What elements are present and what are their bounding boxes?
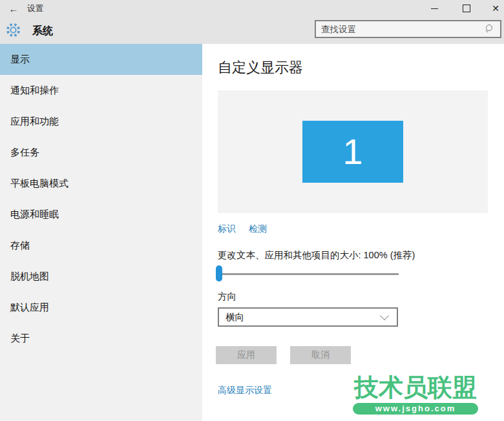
main-content: 自定义显示器 1 标识 检测 更改文本、应用和其他项目的大小: 100% (推荐… [202, 44, 504, 421]
cancel-button[interactable]: 取消 [290, 346, 351, 364]
page-section-title: 系统 [32, 25, 53, 38]
settings-window: ← 设置 ✕ 系统 显示 通知和操作 应用和功能 [0, 0, 504, 421]
monitor-preview[interactable]: 1 [302, 121, 403, 183]
sidebar-item-label: 默认应用 [10, 302, 49, 314]
window-title: 设置 [27, 3, 43, 14]
search-box [315, 20, 501, 38]
chevron-down-icon [380, 311, 389, 320]
display-preview-panel: 1 [218, 90, 488, 213]
sidebar: 显示 通知和操作 应用和功能 多任务 平板电脑模式 电源和睡眠 存储 脱机地图 … [0, 44, 202, 421]
sidebar-item-multitasking[interactable]: 多任务 [0, 137, 202, 168]
maximize-icon [463, 5, 470, 12]
slider-track[interactable] [217, 273, 399, 275]
sidebar-item-label: 显示 [10, 54, 30, 66]
sidebar-item-label: 脱机地图 [10, 271, 49, 283]
topbar: ← 设置 ✕ 系统 [0, 0, 504, 44]
sidebar-item-display[interactable]: 显示 [0, 44, 202, 75]
identify-link[interactable]: 标识 [218, 223, 236, 235]
detect-link[interactable]: 检测 [249, 223, 267, 235]
sidebar-item-about[interactable]: 关于 [0, 323, 202, 354]
maximize-button[interactable] [456, 0, 478, 17]
sidebar-item-label: 存储 [10, 240, 30, 252]
sidebar-item-default-apps[interactable]: 默认应用 [0, 292, 202, 323]
sidebar-item-notifications[interactable]: 通知和操作 [0, 75, 202, 106]
sidebar-item-label: 平板电脑模式 [10, 178, 68, 190]
sidebar-item-tablet-mode[interactable]: 平板电脑模式 [0, 168, 202, 199]
sidebar-item-label: 多任务 [10, 147, 39, 159]
gear-icon [5, 22, 21, 38]
back-arrow-icon: ← [9, 3, 19, 14]
sidebar-item-label: 通知和操作 [10, 85, 59, 97]
sidebar-item-apps-features[interactable]: 应用和功能 [0, 106, 202, 137]
search-input[interactable] [316, 25, 485, 34]
watermark-site-pill: www.jsgho.com [353, 403, 478, 415]
apply-button[interactable]: 应用 [216, 346, 277, 364]
minimize-button[interactable] [423, 0, 445, 17]
apply-cancel-row: 应用 取消 [216, 346, 351, 364]
orientation-dropdown[interactable]: 横向 [218, 307, 398, 327]
sidebar-item-storage[interactable]: 存储 [0, 230, 202, 261]
sidebar-item-label: 应用和功能 [10, 116, 59, 128]
search-icon[interactable] [485, 24, 495, 34]
orientation-label: 方向 [218, 291, 236, 303]
sidebar-item-power-sleep[interactable]: 电源和睡眠 [0, 199, 202, 230]
slider-thumb[interactable] [216, 265, 222, 282]
back-button[interactable]: ← [6, 1, 21, 15]
page-title: 自定义显示器 [218, 58, 303, 77]
watermark-logo-text: 技术员联盟 [351, 373, 480, 402]
sidebar-item-offline-maps[interactable]: 脱机地图 [0, 261, 202, 292]
sidebar-item-label: 电源和睡眠 [10, 209, 59, 221]
scale-label: 更改文本、应用和其他项目的大小: 100% (推荐) [218, 249, 415, 262]
advanced-settings-row: 高级显示设置 [218, 384, 272, 396]
sidebar-item-label: 关于 [10, 333, 30, 345]
advanced-display-settings-link[interactable]: 高级显示设置 [218, 385, 272, 395]
close-icon: ✕ [492, 4, 499, 13]
close-button[interactable]: ✕ [485, 0, 504, 17]
scale-slider[interactable] [216, 265, 399, 282]
monitor-number: 1 [342, 134, 362, 170]
orientation-value: 横向 [219, 311, 381, 323]
identify-detect-row: 标识 检测 [218, 223, 267, 235]
minimize-icon [431, 8, 438, 9]
watermark: 技术员联盟 www.jsgho.com [351, 373, 480, 415]
